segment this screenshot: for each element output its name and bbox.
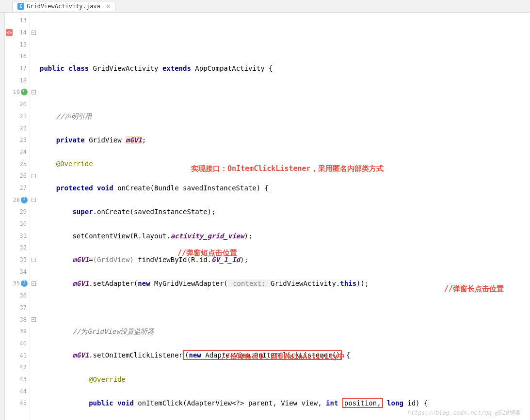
fold-toggle-icon[interactable]: − — [32, 317, 36, 322]
implement-icon[interactable] — [21, 197, 28, 203]
line-number: 23 — [5, 134, 30, 146]
line-number: 45 — [5, 397, 30, 409]
line-number: 16 — [5, 50, 30, 62]
left-strip — [0, 13, 5, 420]
tab-bar: C GridViewActivity.java × — [0, 0, 530, 13]
fold-toggle-icon[interactable]: − — [32, 174, 36, 178]
line-number: 19 — [5, 86, 30, 98]
fold-toggle-icon[interactable]: − — [32, 258, 36, 262]
line-number: 38 — [5, 313, 30, 326]
line-number: 18 — [5, 74, 30, 86]
fold-toggle-icon[interactable]: − — [32, 281, 36, 286]
line-number: 22 — [5, 122, 30, 134]
tab-filename: GridViewActivity.java — [27, 3, 100, 10]
line-number: 44 — [5, 385, 30, 397]
line-number: 24 — [5, 146, 30, 158]
fold-toggle-icon[interactable]: − — [32, 90, 36, 94]
line-number: 28 — [5, 194, 30, 206]
line-number: 42 — [5, 361, 30, 373]
line-number: 41 — [5, 349, 30, 361]
line-number: 37 — [5, 302, 30, 314]
annotation-2: //弹窗短点击位置 — [177, 247, 237, 259]
watermark: https://blog.csdn.net/qq_@510博客 — [407, 409, 520, 417]
line-number: 39 — [5, 326, 30, 338]
line-number: 13 — [5, 15, 30, 27]
line-number: 35 — [5, 278, 30, 290]
line-number: 29 — [5, 206, 30, 218]
line-number: 21 — [5, 110, 30, 123]
line-number: 32 — [5, 242, 30, 254]
line-number: 40 — [5, 338, 30, 350]
line-number: 30 — [5, 218, 30, 230]
code-editor: 1314<>1516171819202122232425262728293031… — [0, 13, 530, 420]
line-number: 27 — [5, 182, 30, 194]
class-icon[interactable]: <> — [6, 29, 13, 36]
annotation-1: 实现接口：OnItemClickListener，采用匿名内部类方式 — [191, 163, 384, 175]
code-area[interactable]: public class GridViewActivity extends Ap… — [37, 13, 530, 420]
line-number: 20 — [5, 98, 30, 110]
file-tab[interactable]: C GridViewActivity.java × — [12, 1, 115, 11]
implement-icon[interactable] — [21, 280, 28, 287]
override-icon[interactable] — [21, 89, 28, 95]
line-number-gutter: 1314<>1516171819202122232425262728293031… — [5, 13, 30, 420]
line-number: 26 — [5, 170, 30, 182]
line-number: 36 — [5, 290, 30, 302]
annotation-3: //弹窗长点击位置 — [444, 283, 504, 295]
line-number: 34 — [5, 265, 30, 278]
line-number: 25 — [5, 158, 30, 170]
line-number: 14<> — [5, 27, 30, 39]
line-number: 17 — [5, 62, 30, 75]
fold-strip: −−−−−−− — [30, 13, 37, 420]
fold-toggle-icon[interactable]: − — [32, 31, 36, 35]
line-number: 15 — [5, 38, 30, 50]
java-class-icon: C — [17, 3, 24, 10]
fold-toggle-icon[interactable]: − — [32, 198, 36, 202]
line-number: 31 — [5, 230, 30, 242]
line-number: 43 — [5, 373, 30, 386]
line-number: 33 — [5, 254, 30, 266]
annotation-4: //长按条目0，回到MainActivity中 — [221, 351, 345, 363]
close-icon[interactable]: × — [107, 3, 110, 10]
